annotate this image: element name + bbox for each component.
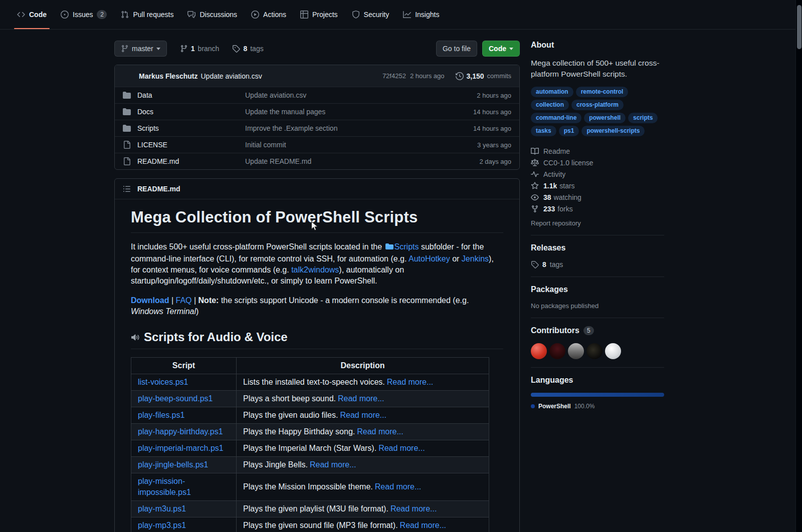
script-link[interactable]: play-imperial-march.ps1 <box>138 444 224 452</box>
contributor-avatar[interactable] <box>586 343 603 359</box>
about-meta-link[interactable]: Activity <box>531 168 664 180</box>
eye-icon <box>531 193 539 201</box>
commit-message-link[interactable]: Update aviation.csv <box>245 91 446 99</box>
topic-tag[interactable]: powershell-scripts <box>581 126 645 136</box>
list-unordered-icon[interactable] <box>123 185 131 193</box>
read-more-link[interactable]: Read more... <box>338 394 384 403</box>
inline-link[interactable]: talk2windows <box>291 265 339 274</box>
audio-section-heading: Scripts for Audio & Voice <box>131 330 503 349</box>
scrollbar-thumb[interactable] <box>797 5 801 49</box>
chevron-down-icon <box>509 48 513 50</box>
language-item[interactable]: PowerShell 100.0% <box>531 403 664 410</box>
contributor-avatar-list <box>531 343 664 359</box>
code-icon <box>17 11 25 19</box>
code-download-button[interactable]: Code <box>482 41 520 57</box>
inline-link[interactable]: Jenkins <box>462 254 489 263</box>
inline-link[interactable]: AutoHotkey <box>409 254 450 263</box>
repo-description: Mega collection of 500+ useful cross-pla… <box>531 58 664 80</box>
script-description: Plays the given audio files. <box>243 411 338 419</box>
read-more-link[interactable]: Read more... <box>387 378 433 386</box>
topic-tag[interactable]: cross-platform <box>571 100 624 110</box>
inline-link[interactable]: FAQ <box>175 296 191 305</box>
repo-nav-tab[interactable]: Security <box>347 0 394 29</box>
table-row: Data Update aviation.csv 2 hours ago <box>115 87 519 103</box>
file-icon <box>123 141 131 149</box>
repo-nav-tab[interactable]: Projects <box>295 0 343 29</box>
topic-tag[interactable]: powershell <box>584 113 626 123</box>
repo-nav-tab[interactable]: Code <box>12 0 52 29</box>
file-name-link[interactable]: README.md <box>137 157 245 165</box>
table-row: README.md Update README.md 2 days ago <box>115 153 519 169</box>
script-link[interactable]: play-beep-sound.ps1 <box>138 394 213 403</box>
inline-link[interactable]: Download <box>131 296 169 305</box>
topic-tag[interactable]: tasks <box>531 126 556 136</box>
contributor-avatar[interactable] <box>549 343 565 359</box>
topic-tag[interactable]: automation <box>531 87 573 97</box>
script-link[interactable]: play-files.ps1 <box>138 411 184 419</box>
about-meta-link[interactable]: 233 forks <box>531 203 664 214</box>
folder-emoji-icon <box>385 242 393 253</box>
repo-nav-tab[interactable]: Pull requests <box>116 0 178 29</box>
report-repository-link[interactable]: Report repository <box>531 219 581 227</box>
branch-selector-button[interactable]: master <box>114 41 167 57</box>
topic-tag[interactable]: scripts <box>628 113 658 123</box>
meta-count: 233 <box>543 205 555 213</box>
go-to-file-button[interactable]: Go to file <box>436 41 477 57</box>
read-more-link[interactable]: Read more... <box>357 427 403 436</box>
read-more-link[interactable]: Read more... <box>310 460 356 469</box>
branches-link[interactable]: 1 branch <box>180 45 220 53</box>
commit-history-link[interactable]: 3,150 commits <box>456 72 511 80</box>
about-meta-link[interactable]: CC0-1.0 license <box>531 157 664 168</box>
read-more-link[interactable]: Read more... <box>378 444 425 452</box>
topic-tag[interactable]: ps1 <box>559 126 579 136</box>
repo-nav-tab[interactable]: Actions <box>246 0 291 29</box>
tags-link[interactable]: 8 tags <box>232 45 263 53</box>
language-bar[interactable] <box>531 393 664 397</box>
meta-label: forks <box>557 205 572 213</box>
repo-nav-tab[interactable]: Discussions <box>182 0 242 29</box>
script-link[interactable]: play-m3u.ps1 <box>138 504 186 513</box>
contributors-section: Contributors 5 <box>531 326 664 368</box>
script-link[interactable]: play-happy-birthday.ps1 <box>138 427 223 436</box>
tab-label: Discussions <box>199 11 237 19</box>
contributor-avatar[interactable] <box>531 343 547 359</box>
about-meta-link[interactable]: Readme <box>531 145 664 157</box>
commit-message-link[interactable]: Improve the .Example section <box>245 124 446 132</box>
topic-tag[interactable]: collection <box>531 100 569 110</box>
text-segment: | <box>169 296 175 305</box>
inline-link[interactable]: Scripts <box>394 242 419 251</box>
commit-message-link[interactable]: Update aviation.csv <box>200 72 262 80</box>
meta-label: Activity <box>543 170 565 178</box>
script-description: Lists the installed text-to-speech voice… <box>243 378 385 386</box>
read-more-link[interactable]: Read more... <box>400 521 446 529</box>
read-more-link[interactable]: Read more... <box>340 411 386 419</box>
releases-tags-link[interactable]: 8 tags <box>531 260 664 269</box>
file-name-link[interactable]: LICENSE <box>137 141 245 149</box>
repo-nav-tab[interactable]: Insights <box>398 0 444 29</box>
script-link[interactable]: list-voices.ps1 <box>138 378 188 386</box>
contributor-avatar[interactable] <box>568 343 584 359</box>
contributor-avatar[interactable] <box>605 343 621 359</box>
topic-tag[interactable]: remote-control <box>576 87 629 97</box>
file-name-link[interactable]: Docs <box>137 108 245 116</box>
commit-hash-link[interactable]: 72f4252 <box>382 72 406 80</box>
about-meta-link[interactable]: 1.1k stars <box>531 180 664 191</box>
script-link[interactable]: play-jingle-bells.ps1 <box>138 460 209 469</box>
read-more-link[interactable]: Read more... <box>375 482 421 491</box>
script-link[interactable]: play-mp3.ps1 <box>138 521 186 529</box>
readme-panel: README.md Mega Collection of PowerShell … <box>114 178 520 532</box>
read-more-link[interactable]: Read more... <box>390 504 437 513</box>
file-name-link[interactable]: Data <box>137 91 245 99</box>
repo-nav-tab[interactable]: Issues 2 <box>56 0 112 29</box>
text-segment: the scripts support Unicode - a modern c… <box>219 296 469 305</box>
languages-section: Languages PowerShell 100.0% <box>531 376 664 418</box>
repo-sidebar: About Mega collection of 500+ useful cro… <box>531 41 664 532</box>
file-name-link[interactable]: Scripts <box>137 124 245 132</box>
commit-message-link[interactable]: Initial commit <box>245 141 446 149</box>
about-meta-link[interactable]: 38 watching <box>531 191 664 203</box>
commit-message-link[interactable]: Update README.md <box>245 157 446 165</box>
commit-message-link[interactable]: Update the manual pages <box>245 108 446 116</box>
commit-author-link[interactable]: Markus Fleschutz <box>139 72 197 80</box>
topic-tag[interactable]: command-line <box>531 113 581 123</box>
script-link[interactable]: play-mission-impossible.ps1 <box>138 477 191 496</box>
